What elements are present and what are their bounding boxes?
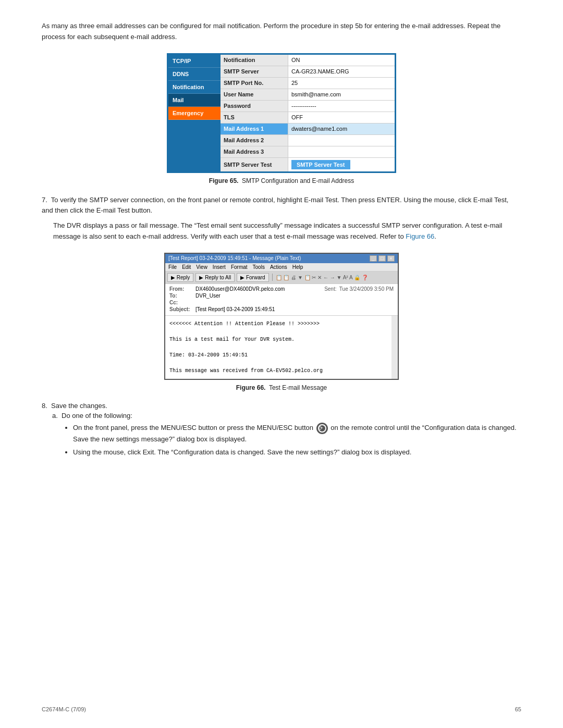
to-label: To:: [169, 293, 195, 299]
smtp-label-tls: TLS: [221, 112, 288, 123]
smtp-value-notification: ON: [288, 55, 395, 66]
toolbar-icons: 📋 📋 🖨 ▼ 📋 ✂ ✕ ← → ▼ A² A 🔒 ❓: [276, 275, 368, 280]
smtp-rows: Notification ON SMTP Server CA-GR23.NAME…: [221, 55, 395, 171]
smtp-row-mail3: Mail Address 3: [221, 146, 395, 158]
smtp-layout: TCP/IP DDNS Notification Mail Emergency …: [168, 55, 395, 171]
step-7-text1: 7. To verify the SMTP server connection,…: [42, 195, 521, 217]
smtp-table-wrapper: TCP/IP DDNS Notification Mail Emergency …: [42, 53, 521, 173]
sidebar-item-emergency[interactable]: Emergency: [168, 107, 221, 120]
step-6-text: As many as three email addresses can be …: [42, 21, 521, 43]
smtp-value-password: -------------: [288, 101, 395, 112]
reply-button[interactable]: ▶ Reply: [167, 273, 193, 282]
step-7-text2: The DVR displays a pass or fail message.…: [53, 220, 521, 242]
footer-left: C2674M-C (7/09): [42, 706, 86, 712]
menu-actions[interactable]: Actions: [270, 264, 287, 270]
smtp-label-mail2: Mail Address 2: [221, 135, 288, 146]
subject-label: Subject:: [169, 306, 195, 312]
menu-format[interactable]: Format: [231, 264, 248, 270]
email-from-row: From: DX4600user@DX4600DVR.pelco.com Sen…: [169, 286, 394, 292]
to-value: DVR_User: [195, 293, 394, 299]
email-toolbar: ▶ Reply ▶ Reply to All ▶ Forward 📋 📋 🖨 ▼…: [165, 272, 398, 284]
footer-right: 65: [515, 706, 521, 712]
email-titlebar: [Test Report] 03-24-2009 15:49:51 - Mess…: [165, 254, 398, 263]
step-8-bullet-2: Using the mouse, click Exit. The “Config…: [73, 447, 521, 458]
step-8-sub-a-text: a. Do one of the following:: [52, 412, 521, 419]
email-menubar: File Edit View Insert Format Tools Actio…: [165, 263, 398, 272]
smtp-row-username: User Name bsmith@name.com: [221, 89, 395, 101]
smtp-value-tls: OFF: [288, 112, 395, 123]
smtp-label-server: SMTP Server: [221, 66, 288, 77]
menu-tools[interactable]: Tools: [253, 264, 265, 270]
page-footer: C2674M-C (7/09) 65: [42, 706, 521, 712]
smtp-value-mail3: [288, 146, 395, 157]
sidebar-item-tcpip[interactable]: TCP/IP: [168, 55, 221, 68]
step-8-text: 8. Save the changes.: [42, 402, 521, 410]
smtp-row-port: SMTP Port No. 25: [221, 78, 395, 89]
smtp-test-button[interactable]: SMTP Server Test: [291, 160, 350, 169]
menu-view[interactable]: View: [196, 264, 207, 270]
email-window: [Test Report] 03-24-2009 15:49:51 - Mess…: [164, 253, 399, 380]
figure-65-title: SMTP Configuration and E-mail Address: [242, 177, 354, 184]
smtp-value-port: 25: [288, 78, 395, 89]
email-title: [Test Report] 03-24-2009 15:49:51 - Mess…: [168, 255, 301, 261]
sidebar-item-mail[interactable]: Mail: [168, 94, 221, 107]
smtp-value-username: bsmith@name.com: [288, 89, 395, 100]
smtp-value-server: CA-GR23.NAME.ORG: [288, 66, 395, 77]
figure-65-caption: Figure 65. SMTP Configuration and E-mail…: [42, 177, 521, 184]
page-content: As many as three email addresses can be …: [42, 21, 521, 458]
email-cc-row: Cc:: [169, 300, 394, 305]
smtp-row-password: Password -------------: [221, 101, 395, 112]
reply-all-button[interactable]: ▶ Reply to All: [195, 273, 235, 282]
smtp-label-notification: Notification: [221, 55, 288, 66]
sidebar-item-notification[interactable]: Notification: [168, 81, 221, 94]
menu-help[interactable]: Help: [292, 264, 303, 270]
step-8-bullets: On the front panel, press the MENU/ESC b…: [73, 423, 521, 458]
step-8-bullet-1: On the front panel, press the MENU/ESC b…: [73, 423, 521, 445]
sidebar-item-ddns[interactable]: DDNS: [168, 68, 221, 81]
from-label: From:: [169, 286, 195, 292]
step-8-sub-a: a. Do one of the following: On the front…: [52, 412, 521, 458]
menu-file[interactable]: File: [168, 264, 177, 270]
smtp-label-password: Password: [221, 101, 288, 112]
menu-insert[interactable]: Insert: [213, 264, 226, 270]
smtp-row-tls: TLS OFF: [221, 112, 395, 124]
figure-65-label: Figure 65.: [209, 177, 239, 184]
figure-66-caption: Figure 66. Test E-mail Message: [42, 384, 521, 391]
smtp-value-mail2: [288, 135, 395, 146]
menu-edit[interactable]: Edit: [182, 264, 191, 270]
email-subject-row: Subject: [Test Report] 03-24-2009 15:49:…: [169, 306, 394, 312]
email-headers: From: DX4600user@DX4600DVR.pelco.com Sen…: [165, 284, 398, 316]
step-8-block: 8. Save the changes. a. Do one of the fo…: [42, 402, 521, 458]
email-window-controls: _ □ ×: [370, 255, 395, 262]
smtp-label-username: User Name: [221, 89, 288, 100]
smtp-value-test: SMTP Server Test: [288, 158, 395, 171]
email-body: <<<<<<< Attention !! Attention Please !!…: [165, 316, 398, 379]
smtp-row-notification: Notification ON: [221, 55, 395, 66]
figure-66-label: Figure 66.: [236, 384, 266, 391]
cc-value: [195, 300, 394, 305]
email-screenshot-wrapper: [Test Report] 03-24-2009 15:49:51 - Mess…: [42, 253, 521, 380]
smtp-config-table: TCP/IP DDNS Notification Mail Emergency …: [167, 53, 396, 173]
toolbar-separator: [272, 274, 273, 281]
maximize-button[interactable]: □: [378, 255, 386, 262]
forward-button[interactable]: ▶ Forward: [237, 273, 268, 282]
smtp-sidebar: TCP/IP DDNS Notification Mail Emergency: [168, 55, 221, 171]
minimize-button[interactable]: _: [370, 255, 377, 262]
step-7-block: 7. To verify the SMTP server connection,…: [42, 195, 521, 242]
email-to-row: To: DVR_User: [169, 293, 394, 299]
smtp-row-mail2: Mail Address 2: [221, 135, 395, 146]
figure-66-title: Test E-mail Message: [269, 384, 327, 391]
smtp-label-mail1: Mail Address 1: [221, 124, 288, 134]
smtp-value-mail1: dwaters@name1.com: [288, 124, 395, 134]
step-6-block: As many as three email addresses can be …: [42, 21, 521, 43]
cc-label: Cc:: [169, 300, 195, 305]
from-value: DX4600user@DX4600DVR.pelco.com: [195, 286, 324, 292]
smtp-row-test: SMTP Server Test SMTP Server Test: [221, 158, 395, 171]
menu-esc-icon: [316, 423, 328, 434]
figure66-link[interactable]: Figure 66: [406, 232, 434, 240]
smtp-label-port: SMTP Port No.: [221, 78, 288, 89]
subject-value: [Test Report] 03-24-2009 15:49:51: [195, 306, 394, 312]
close-button[interactable]: ×: [387, 255, 395, 262]
smtp-row-mail1: Mail Address 1 dwaters@name1.com: [221, 124, 395, 135]
sent-value: Sent: Tue 3/24/2009 3:50 PM: [324, 286, 394, 292]
